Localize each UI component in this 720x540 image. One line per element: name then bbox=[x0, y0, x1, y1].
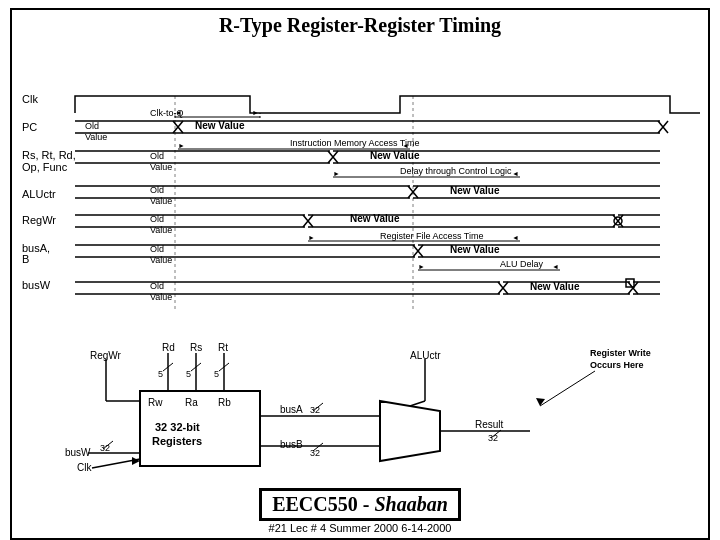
page: R-Type Register-Register Timing Clk PC R… bbox=[0, 0, 720, 540]
svg-rect-96 bbox=[626, 279, 634, 287]
svg-text:busW: busW bbox=[22, 279, 51, 291]
svg-text:◄: ◄ bbox=[512, 170, 519, 177]
svg-text:32: 32 bbox=[488, 433, 498, 443]
course-name: EECC550 - Shaaban bbox=[272, 493, 448, 515]
svg-text:Clk: Clk bbox=[22, 93, 38, 105]
course-code: EECC550 bbox=[272, 493, 358, 515]
svg-text:busA: busA bbox=[280, 404, 303, 415]
svg-text:◄: ◄ bbox=[512, 234, 519, 241]
svg-text:Occurs Here: Occurs Here bbox=[590, 360, 644, 370]
svg-text:Rt: Rt bbox=[218, 342, 228, 353]
svg-text:RegWr: RegWr bbox=[22, 214, 56, 226]
svg-text:5: 5 bbox=[214, 369, 219, 379]
svg-text:New Value: New Value bbox=[450, 244, 500, 255]
svg-text:►: ► bbox=[178, 142, 185, 149]
svg-text:New Value: New Value bbox=[530, 281, 580, 292]
svg-text:ALUctr: ALUctr bbox=[22, 188, 56, 200]
svg-text:►: ► bbox=[333, 170, 340, 177]
svg-text:Delay through Control Logic: Delay through Control Logic bbox=[400, 166, 512, 176]
svg-marker-140 bbox=[380, 401, 440, 461]
svg-text:B: B bbox=[22, 253, 29, 265]
svg-text:Op, Func: Op, Func bbox=[22, 161, 68, 173]
page-title: R-Type Register-Register Timing bbox=[20, 14, 700, 37]
svg-marker-116 bbox=[536, 398, 545, 406]
circuit-diagram: RegWr Rd Rs Rt 5 5 5 ALUctr Register Wri… bbox=[20, 341, 700, 486]
svg-text:►: ► bbox=[252, 109, 259, 116]
footer: EECC550 - Shaaban #21 Lec # 4 Summer 200… bbox=[20, 488, 700, 534]
svg-text:Old: Old bbox=[85, 121, 99, 131]
svg-text:PC: PC bbox=[22, 121, 37, 133]
svg-text:◄: ◄ bbox=[552, 263, 559, 270]
svg-text:New Value: New Value bbox=[370, 150, 420, 161]
svg-text:Registers: Registers bbox=[152, 435, 202, 447]
svg-text:Clk: Clk bbox=[77, 462, 92, 473]
instructor-name: Shaaban bbox=[374, 493, 447, 515]
svg-text:New Value: New Value bbox=[450, 185, 500, 196]
svg-text:◄: ◄ bbox=[402, 142, 409, 149]
svg-text:►: ► bbox=[308, 234, 315, 241]
svg-text:►: ► bbox=[418, 263, 425, 270]
svg-marker-129 bbox=[132, 457, 140, 465]
timing-diagram: Clk PC Rs, Rt, Rd, Op, Func ALUctr RegWr… bbox=[20, 41, 700, 351]
course-sep: - bbox=[358, 493, 375, 515]
svg-text:5: 5 bbox=[186, 369, 191, 379]
svg-text:Rs: Rs bbox=[190, 342, 202, 353]
svg-text:Old: Old bbox=[150, 151, 164, 161]
svg-text:Rs, Rt, Rd,: Rs, Rt, Rd, bbox=[22, 149, 76, 161]
svg-text:Ra: Ra bbox=[185, 397, 198, 408]
svg-text:32 32-bit: 32 32-bit bbox=[155, 421, 200, 433]
svg-line-115 bbox=[540, 371, 595, 406]
svg-text:Instruction Memory Access Time: Instruction Memory Access Time bbox=[290, 138, 420, 148]
svg-text:ALU Delay: ALU Delay bbox=[500, 259, 544, 269]
svg-text:New Value: New Value bbox=[350, 213, 400, 224]
svg-text:Register File Access Time: Register File Access Time bbox=[380, 231, 484, 241]
svg-text:Result: Result bbox=[475, 419, 504, 430]
svg-text:5: 5 bbox=[158, 369, 163, 379]
svg-line-146 bbox=[410, 401, 425, 406]
svg-text:Rb: Rb bbox=[218, 397, 231, 408]
svg-text:Rd: Rd bbox=[162, 342, 175, 353]
course-box: EECC550 - Shaaban bbox=[259, 488, 461, 521]
svg-text:◄: ◄ bbox=[175, 109, 182, 116]
svg-text:Register Write: Register Write bbox=[590, 348, 651, 358]
svg-text:busB: busB bbox=[280, 439, 303, 450]
main-box: R-Type Register-Register Timing Clk PC R… bbox=[10, 8, 710, 540]
footer-sub: #21 Lec # 4 Summer 2000 6-14-2000 bbox=[20, 522, 700, 534]
svg-text:busW: busW bbox=[65, 447, 91, 458]
svg-text:New Value: New Value bbox=[195, 120, 245, 131]
svg-text:Rw: Rw bbox=[148, 397, 163, 408]
